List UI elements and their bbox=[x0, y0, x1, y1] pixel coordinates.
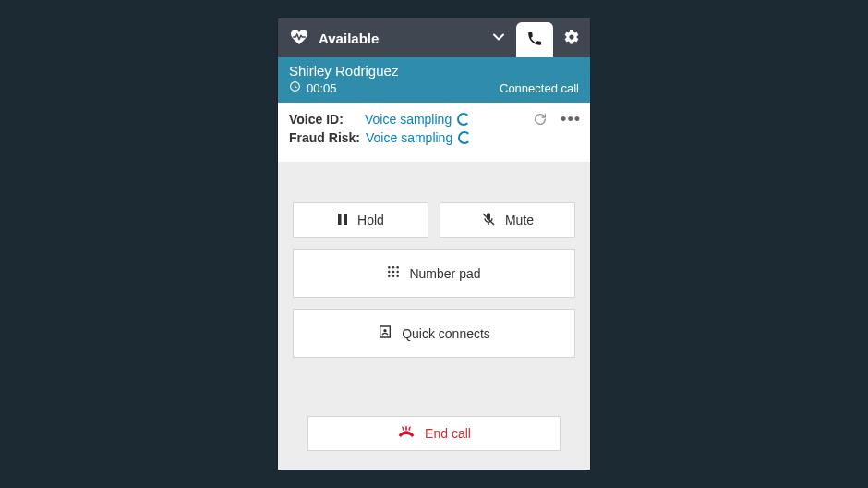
agent-status-dropdown[interactable]: Available bbox=[278, 18, 516, 57]
agent-status-label: Available bbox=[319, 30, 379, 46]
number-pad-button[interactable]: Number pad bbox=[293, 249, 575, 298]
more-options-button[interactable]: ••• bbox=[561, 115, 581, 124]
svg-point-6 bbox=[397, 266, 399, 268]
refresh-button[interactable] bbox=[533, 112, 548, 127]
contacts-icon bbox=[378, 324, 392, 342]
svg-point-5 bbox=[392, 266, 394, 268]
svg-point-9 bbox=[397, 271, 399, 273]
quick-connects-button[interactable]: Quick connects bbox=[293, 309, 575, 358]
end-call-button[interactable]: End call bbox=[307, 416, 561, 451]
call-timer: 00:05 bbox=[307, 81, 337, 95]
chevron-down-icon bbox=[492, 30, 505, 46]
contact-name: Shirley Rodriguez bbox=[289, 63, 579, 79]
spinner-icon bbox=[458, 131, 471, 144]
dialpad-icon bbox=[387, 265, 400, 281]
hold-label: Hold bbox=[357, 213, 384, 227]
heartbeat-icon bbox=[289, 29, 309, 48]
phone-tab[interactable] bbox=[516, 22, 553, 57]
top-bar: Available bbox=[278, 18, 590, 57]
svg-point-7 bbox=[389, 271, 391, 273]
svg-point-10 bbox=[389, 274, 391, 276]
ccp-panel: Available Shirley Rodriguez 00:05 bbox=[278, 18, 590, 470]
fraud-risk-label: Fraud Risk: bbox=[289, 130, 360, 145]
call-controls: Hold Mute Number pad Q bbox=[278, 162, 590, 416]
voice-id-label: Voice ID: bbox=[289, 112, 359, 127]
svg-rect-1 bbox=[338, 214, 342, 225]
end-call-label: End call bbox=[425, 426, 471, 441]
pause-icon bbox=[337, 213, 348, 228]
settings-button[interactable] bbox=[553, 18, 590, 57]
svg-point-11 bbox=[392, 274, 394, 276]
gear-icon bbox=[563, 29, 580, 48]
quick-connects-label: Quick connects bbox=[402, 326, 490, 341]
svg-point-12 bbox=[397, 274, 399, 276]
mute-button[interactable]: Mute bbox=[440, 202, 575, 238]
svg-rect-2 bbox=[344, 214, 348, 225]
mute-icon bbox=[481, 212, 496, 229]
phone-icon bbox=[526, 30, 543, 50]
voice-id-value: Voice sampling bbox=[365, 112, 452, 127]
spinner-icon bbox=[457, 113, 470, 126]
clock-icon bbox=[289, 80, 301, 95]
svg-point-13 bbox=[383, 329, 386, 332]
hold-button[interactable]: Hold bbox=[293, 202, 428, 238]
fraud-risk-value: Voice sampling bbox=[366, 130, 452, 145]
call-state-label: Connected call bbox=[500, 81, 579, 95]
voice-status-bar: Voice ID: Voice sampling Fraud Risk: Voi… bbox=[278, 103, 590, 162]
hangup-icon bbox=[397, 425, 416, 443]
contact-header: Shirley Rodriguez 00:05 Connected call bbox=[278, 57, 590, 103]
mute-label: Mute bbox=[505, 213, 534, 227]
svg-point-4 bbox=[389, 266, 391, 268]
svg-point-8 bbox=[392, 271, 394, 273]
number-pad-label: Number pad bbox=[409, 266, 480, 281]
